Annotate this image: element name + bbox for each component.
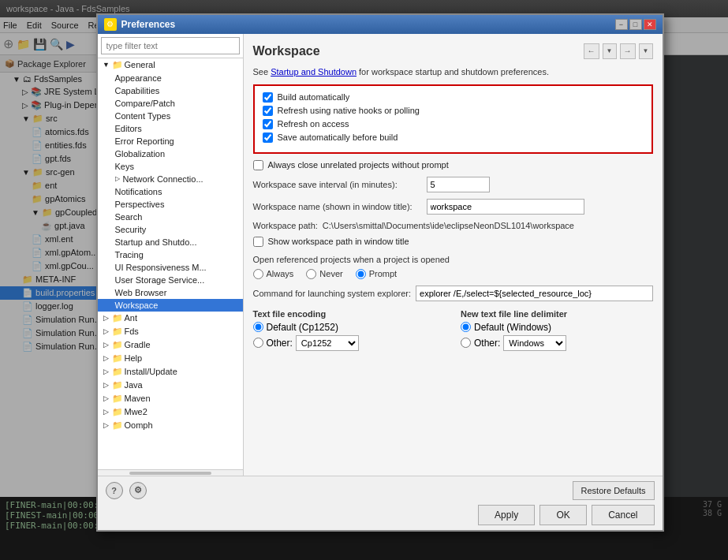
radio-prompt[interactable] bbox=[356, 269, 366, 279]
workspace-path-value: C:\Users\smittal\Documents\ide\eclipseNe… bbox=[323, 221, 574, 230]
dialog-overlay: ⚙ Preferences − □ ✕ bbox=[0, 0, 728, 560]
save-before-build-checkbox[interactable] bbox=[263, 133, 273, 143]
show-path-label: Show workspace path in window title bbox=[268, 237, 409, 246]
delimiter-other-radio[interactable] bbox=[461, 338, 471, 348]
help-button[interactable]: ? bbox=[106, 482, 123, 499]
pref-tree-maven[interactable]: ▷ 📁 Maven bbox=[98, 392, 243, 405]
close-button[interactable]: ✕ bbox=[644, 19, 656, 30]
encoding-default-label: Default (Cp1252) bbox=[267, 322, 338, 333]
encoding-other-row: Other: Cp1252 UTF-8 bbox=[253, 335, 446, 351]
ok-button[interactable]: OK bbox=[539, 505, 587, 525]
radio-always[interactable] bbox=[253, 269, 263, 279]
pref-tree-perspectives[interactable]: Perspectives bbox=[98, 198, 243, 211]
encoding-other-radio[interactable] bbox=[253, 338, 263, 348]
pref-tree-globalization[interactable]: Globalization bbox=[98, 147, 243, 160]
pref-tree-workspace[interactable]: Workspace bbox=[98, 299, 243, 312]
pref-tree-networkconn[interactable]: ▷ Network Connectio... bbox=[98, 173, 243, 185]
dialog-titlebar: ⚙ Preferences − □ ✕ bbox=[98, 15, 663, 34]
nav-back-dropdown[interactable]: ▼ bbox=[603, 43, 617, 59]
save-interval-input[interactable] bbox=[427, 177, 490, 192]
pref-tree-mwe2[interactable]: ▷ 📁 Mwe2 bbox=[98, 405, 243, 419]
encoding-default-radio[interactable] bbox=[253, 322, 263, 332]
restore-defaults-button[interactable]: Restore Defaults bbox=[573, 481, 655, 500]
minimize-button[interactable]: − bbox=[615, 19, 628, 30]
nav-back-button[interactable]: ← bbox=[584, 43, 599, 59]
delimiter-default-row: Default (Windows) bbox=[461, 322, 653, 333]
save-before-build-label: Save automatically before build bbox=[278, 133, 398, 142]
delimiter-other-row: Other: Windows Unix Mac bbox=[461, 335, 653, 351]
tree-area: ▼ 📁 General Appearance Capabilities Comp… bbox=[98, 58, 243, 469]
maximize-button[interactable]: □ bbox=[629, 19, 642, 30]
line-delimiter-group: New text file line delimiter Default (Wi… bbox=[461, 309, 653, 353]
radio-never-label: Never bbox=[319, 269, 342, 278]
pref-tree-java[interactable]: ▷ 📁 Java bbox=[98, 379, 243, 392]
build-section: Build automatically Refresh using native… bbox=[253, 84, 653, 154]
pref-tree-search[interactable]: Search bbox=[98, 211, 243, 223]
pref-tree-appearance[interactable]: Appearance bbox=[98, 72, 243, 84]
pref-tree-security[interactable]: Security bbox=[98, 223, 243, 236]
horizontal-scrollbar[interactable] bbox=[129, 472, 211, 475]
radio-never[interactable] bbox=[306, 269, 316, 279]
pref-tree-editors[interactable]: Editors bbox=[98, 122, 243, 135]
pref-tree-gradle[interactable]: ▷ 📁 Gradle bbox=[98, 338, 243, 352]
workspace-name-row: Workspace name (shown in window title): bbox=[253, 199, 653, 215]
startup-shutdown-link[interactable]: Startup and Shutdown bbox=[271, 67, 357, 77]
refresh-access-checkbox[interactable] bbox=[263, 119, 273, 129]
pref-tree-oomph[interactable]: ▷ 📁 Oomph bbox=[98, 419, 243, 432]
filter-input[interactable] bbox=[101, 37, 240, 54]
delimiter-default-label: Default (Windows) bbox=[474, 322, 551, 333]
checkbox-refresh-access: Refresh on access bbox=[263, 119, 644, 129]
settings-button[interactable]: ⚙ bbox=[129, 482, 147, 499]
encoding-default-row: Default (Cp1252) bbox=[253, 322, 446, 333]
info-text: See Startup and Shutdown for workspace s… bbox=[253, 67, 653, 77]
dialog-help-icons: ? ⚙ bbox=[106, 482, 147, 499]
workspace-path-row: Workspace path: C:\Users\smittal\Documen… bbox=[253, 221, 653, 230]
nav-forward-dropdown[interactable]: ▼ bbox=[639, 43, 653, 59]
pref-tree-contenttypes[interactable]: Content Types bbox=[98, 110, 243, 122]
refresh-hooks-checkbox[interactable] bbox=[263, 106, 273, 116]
pref-tree-notifications[interactable]: Notifications bbox=[98, 185, 243, 198]
pref-tree-tracing[interactable]: Tracing bbox=[98, 248, 243, 261]
dialog-body: ▼ 📁 General Appearance Capabilities Comp… bbox=[98, 34, 663, 476]
content-nav: ← ▼ → ▼ bbox=[584, 43, 653, 59]
pref-tree-errorreporting[interactable]: Error Reporting bbox=[98, 135, 243, 147]
pref-tree-capabilities[interactable]: Capabilities bbox=[98, 84, 243, 97]
pref-tree-userstorage[interactable]: User Storage Service... bbox=[98, 274, 243, 286]
command-row: Command for launching system explorer: bbox=[253, 286, 653, 301]
pref-tree-fds[interactable]: ▷ 📁 Fds bbox=[98, 325, 243, 338]
delimiter-other-select[interactable]: Windows Unix Mac bbox=[503, 335, 566, 351]
pref-tree-webbrowser[interactable]: Web Browser bbox=[98, 286, 243, 299]
content-header: Workspace ← ▼ → ▼ bbox=[253, 43, 653, 59]
pref-tree-uiresponsive[interactable]: UI Responsiveness M... bbox=[98, 261, 243, 274]
workspace-name-input[interactable] bbox=[427, 199, 584, 215]
pref-tree-startup[interactable]: Startup and Shutdo... bbox=[98, 236, 243, 248]
pref-tree-ant[interactable]: ▷ 📁 Ant bbox=[98, 312, 243, 325]
radio-prompt-label: Prompt bbox=[369, 269, 397, 278]
pref-tree-keys[interactable]: Keys bbox=[98, 160, 243, 173]
command-input[interactable] bbox=[416, 286, 652, 301]
text-encoding-title: Text file encoding bbox=[253, 309, 446, 319]
build-automatically-checkbox[interactable] bbox=[263, 92, 273, 103]
nav-forward-button[interactable]: → bbox=[620, 43, 636, 59]
dialog-bottom: ? ⚙ Restore Defaults Apply OK Cancel bbox=[98, 476, 663, 530]
pref-tree-comparepatch[interactable]: Compare/Patch bbox=[98, 97, 243, 110]
dialog-content: Workspace ← ▼ → ▼ See Startup and Shutdo… bbox=[244, 34, 663, 476]
apply-button[interactable]: Apply bbox=[478, 505, 535, 525]
show-path-checkbox[interactable] bbox=[253, 237, 263, 247]
delimiter-other-label: Other: bbox=[474, 338, 500, 349]
pref-tree-help[interactable]: ▷ 📁 Help bbox=[98, 352, 243, 365]
preferences-dialog: ⚙ Preferences − □ ✕ bbox=[96, 13, 664, 532]
pref-tree-general[interactable]: ▼ 📁 General bbox=[98, 58, 243, 72]
delimiter-default-radio[interactable] bbox=[461, 322, 471, 332]
always-close-label: Always close unrelated projects without … bbox=[268, 160, 449, 170]
command-label: Command for launching system explorer: bbox=[253, 289, 412, 298]
encoding-other-select[interactable]: Cp1252 UTF-8 bbox=[296, 335, 359, 351]
cancel-button[interactable]: Cancel bbox=[592, 505, 654, 525]
preferences-tree: ▼ 📁 General Appearance Capabilities Comp… bbox=[98, 34, 244, 476]
open-referenced-options: Always Never Prompt bbox=[253, 269, 653, 279]
pref-tree-installupdate[interactable]: ▷ 📁 Install/Update bbox=[98, 365, 243, 379]
checkbox-show-path: Show workspace path in window title bbox=[253, 237, 653, 247]
filter-box bbox=[98, 34, 243, 58]
radio-always-label: Always bbox=[267, 269, 294, 278]
always-close-checkbox[interactable] bbox=[253, 160, 263, 170]
